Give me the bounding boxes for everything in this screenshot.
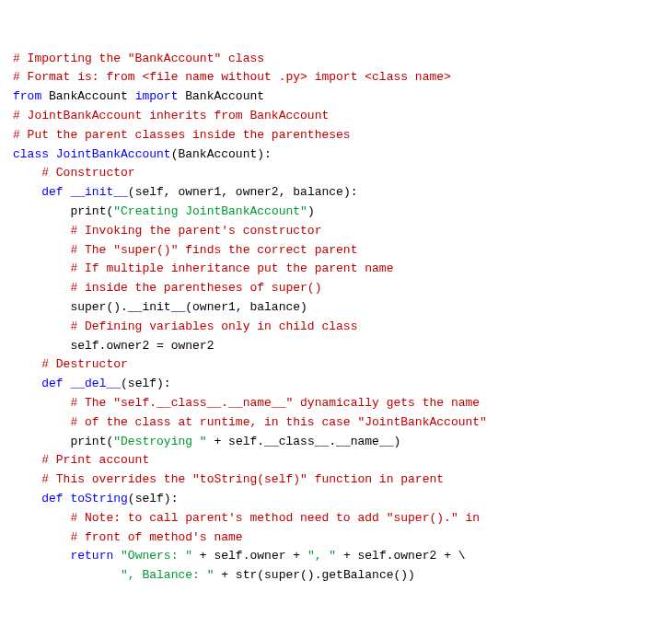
comment: # Defining variables only in child class — [13, 319, 357, 333]
indent — [13, 377, 41, 390]
comment: # The "super()" finds the correct parent — [13, 243, 357, 257]
code-line: # Invoking the parent's constructor — [13, 222, 659, 241]
class-name: JointBankAccount — [49, 147, 171, 161]
code-line: # Put the parent classes inside the pare… — [13, 126, 659, 145]
string-literal: "Creating JointBankAccount" — [113, 204, 307, 218]
code-line: def toString(self): — [13, 490, 659, 509]
space — [113, 549, 121, 563]
code-line: # This overrides the "toString(self)" fu… — [13, 470, 659, 490]
indent — [13, 568, 121, 582]
code-line: # Constructor — [13, 164, 659, 183]
parent-class: BankAccount — [178, 147, 257, 161]
comment: # Print account — [13, 453, 149, 467]
comment: # JointBankAccount inherits from BankAcc… — [13, 109, 329, 122]
comment: # Invoking the parent's constructor — [13, 224, 321, 238]
function-name: __init__ — [64, 185, 128, 199]
code-line: # inside the parentheses of super() — [13, 279, 659, 298]
statement: self.owner2 = owner2 — [13, 339, 214, 353]
comment: # The "self.__class__.__name__" dynamica… — [13, 396, 480, 410]
expression: + str(super().getBalance()) — [214, 568, 414, 582]
string-literal: ", Balance: " — [121, 568, 214, 582]
code-line: def __init__(self, owner1, owner2, balan… — [13, 183, 659, 203]
keyword-def: def — [41, 492, 63, 505]
expression: + self.__class__.__name__) — [207, 435, 401, 448]
comment: # Note: to call parent's method need to … — [13, 511, 480, 525]
string-literal: "Owners: " — [121, 549, 192, 563]
comment: # of the class at runtime, in this case … — [13, 415, 487, 429]
code-line: # Defining variables only in child class — [13, 318, 659, 337]
keyword-def: def — [41, 185, 63, 199]
indent — [13, 204, 70, 218]
module-name: BankAccount — [41, 89, 134, 103]
string-literal: "Destroying " — [113, 435, 206, 448]
code-line: # Note: to call parent's method need to … — [13, 509, 659, 528]
code-block: # Importing the "BankAccount" class# For… — [13, 50, 659, 586]
class-name: BankAccount — [178, 89, 264, 103]
keyword-class: class — [13, 147, 49, 161]
string-literal: ", " — [307, 549, 336, 563]
comment: # If multiple inheritance put the parent… — [13, 261, 393, 275]
statement: super().__init__(owner1, balance) — [13, 300, 307, 314]
keyword-def: def — [41, 377, 63, 390]
params: (self): — [128, 492, 179, 505]
code-line: # Format is: from <file name without .py… — [13, 68, 659, 87]
paren: ): — [257, 147, 272, 161]
code-line: ", Balance: " + str(super().getBalance()… — [13, 566, 659, 586]
comment: # Importing the "BankAccount" class — [13, 52, 264, 65]
code-line: print("Destroying " + self.__class__.__n… — [13, 433, 659, 452]
builtin-print: print — [70, 435, 106, 448]
comment: # inside the parentheses of super() — [13, 281, 321, 295]
code-line: # Destructor — [13, 355, 659, 375]
code-line: super().__init__(owner1, balance) — [13, 298, 659, 318]
code-line: # Print account — [13, 451, 659, 470]
builtin-print: print — [70, 204, 106, 218]
code-line: print("Creating JointBankAccount") — [13, 203, 659, 222]
keyword-import: import — [135, 89, 179, 103]
comment: # front of method's name — [13, 530, 243, 544]
params: (self, owner1, owner2, balance): — [128, 185, 358, 199]
code-line: self.owner2 = owner2 — [13, 337, 659, 356]
code-line: # Importing the "BankAccount" class — [13, 50, 659, 69]
indent — [13, 435, 70, 448]
comment: # Constructor — [13, 166, 135, 180]
code-line: return "Owners: " + self.owner + ", " + … — [13, 547, 659, 566]
code-line: # front of method's name — [13, 528, 659, 548]
expression: + self.owner + — [192, 549, 307, 563]
comment: # This overrides the "toString(self)" fu… — [13, 472, 444, 486]
comment: # Put the parent classes inside the pare… — [13, 128, 351, 142]
code-line: # If multiple inheritance put the parent… — [13, 260, 659, 279]
code-line: # of the class at runtime, in this case … — [13, 413, 659, 433]
comment: # Format is: from <file name without .py… — [13, 70, 451, 84]
code-line: from BankAccount import BankAccount — [13, 87, 659, 107]
function-name: toString — [64, 492, 128, 505]
comment: # Destructor — [13, 357, 128, 371]
keyword-return: return — [70, 549, 113, 563]
code-line: # JointBankAccount inherits from BankAcc… — [13, 107, 659, 126]
expression: + self.owner2 + \ — [336, 549, 465, 563]
indent — [13, 492, 41, 505]
paren: ) — [307, 204, 315, 218]
code-line: def __del__(self): — [13, 375, 659, 394]
code-line: # The "super()" finds the correct parent — [13, 241, 659, 261]
params: (self): — [121, 377, 171, 390]
indent — [13, 549, 70, 563]
code-line: # The "self.__class__.__name__" dynamica… — [13, 394, 659, 413]
function-name: __del__ — [64, 377, 121, 390]
code-line: class JointBankAccount(BankAccount): — [13, 145, 659, 165]
indent — [13, 185, 41, 199]
keyword-from: from — [13, 89, 41, 103]
